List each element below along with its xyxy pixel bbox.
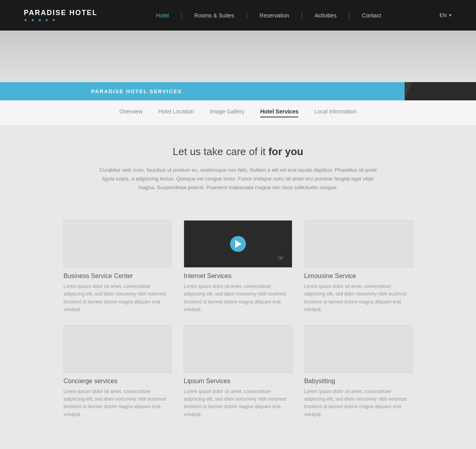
hero-heading: Let us take care of it for you [63,146,413,158]
nav-rooms[interactable]: Rooms & Suites [194,12,234,19]
service-title-concierge: Concierge services [63,378,172,385]
tab-hotel-services[interactable]: Hotel Services [260,108,299,117]
service-desc-limousine: Lorem ipsum dolor sit amet, consectetuer… [304,283,413,313]
tab-hotel-location[interactable]: Hotel Location [158,108,194,117]
service-image-business [63,220,172,268]
service-card-internet: ☞ Internet Services Lorem ipsum dolor si… [184,220,292,313]
hero-banner [0,31,476,82]
service-desc-business: Lorem ipsum dolor sit amet, consectetuer… [63,283,172,313]
section-divider [63,208,413,208]
service-desc-lipsum: Lorem ipsum dolor sit amet, consectetuer… [184,388,292,418]
service-image-concierge [63,325,172,373]
nav-hotel[interactable]: Hotel [156,12,169,19]
service-image-internet[interactable]: ☞ [184,220,292,268]
service-title-limousine: Limousine Service [304,272,413,280]
services-grid-row2: Concierge services Lorem ipsum dolor sit… [63,325,413,418]
service-title-business: Business Service Center [63,272,172,280]
language-selector[interactable]: EN ▼ [440,12,452,18]
service-card-concierge: Concierge services Lorem ipsum dolor sit… [63,325,172,418]
service-image-babysitting [304,325,413,373]
sub-tabs: Overview Hotel Location Image Gallery Ho… [0,100,476,126]
tab-overview[interactable]: Overview [119,108,142,117]
tab-image-gallery[interactable]: Image Gallery [210,108,244,117]
nav-reservation[interactable]: Reservation [259,12,289,19]
chevron-down-icon: ▼ [448,13,452,17]
brand-logo: PARADISE HOTEL ★ ★ ★ ★ ★ [24,9,98,22]
services-header-bar: PARADISE HOTEL SERVICES [0,82,476,100]
cursor-icon: ☞ [278,254,284,263]
service-title-lipsum: Lipsum Services [184,378,292,385]
service-desc-concierge: Lorem ipsum dolor sit amet, consectetuer… [63,388,172,418]
service-card-business: Business Service Center Lorem ipsum dolo… [63,220,172,313]
services-grid-row1: Business Service Center Lorem ipsum dolo… [63,220,413,313]
service-desc-internet: Lorem ipsum dolor sit amet, consectetuer… [184,283,292,313]
brand-stars: ★ ★ ★ ★ ★ [24,18,57,22]
hero-heading-bold: for you [269,146,303,157]
play-button-icon[interactable] [230,236,246,252]
service-title-babysitting: Babysitting [304,378,413,385]
services-header-title: PARADISE HOTEL SERVICES [91,88,182,94]
service-desc-babysitting: Lorem ipsum dolor sit amet, consectetuer… [304,388,413,418]
navbar: PARADISE HOTEL ★ ★ ★ ★ ★ Hotel | Rooms &… [0,0,476,31]
service-title-internet: Internet Services [184,272,292,280]
nav-contact[interactable]: Contact [362,12,381,19]
hero-text-section: Let us take care of it for you Curabitur… [63,146,413,192]
service-card-babysitting: Babysitting Lorem ipsum dolor sit amet, … [304,325,413,418]
nav-links: Hotel | Rooms & Suites | Reservation | A… [156,12,381,19]
hero-heading-normal: Let us take care of it [173,146,268,157]
service-card-lipsum: Lipsum Services Lorem ipsum dolor sit am… [184,325,292,418]
language-label: EN [440,12,447,18]
service-card-limousine: Limousine Service Lorem ipsum dolor sit … [304,220,413,313]
service-image-limousine [304,220,413,268]
brand-name: PARADISE HOTEL [24,9,98,17]
main-content: Let us take care of it for you Curabitur… [0,126,476,449]
tab-local-information[interactable]: Local information [314,108,357,117]
hero-paragraph: Curabitur velit nunc, faucibus ut pretiu… [99,166,377,192]
nav-activities[interactable]: Activities [315,12,336,19]
service-image-lipsum [184,325,292,373]
